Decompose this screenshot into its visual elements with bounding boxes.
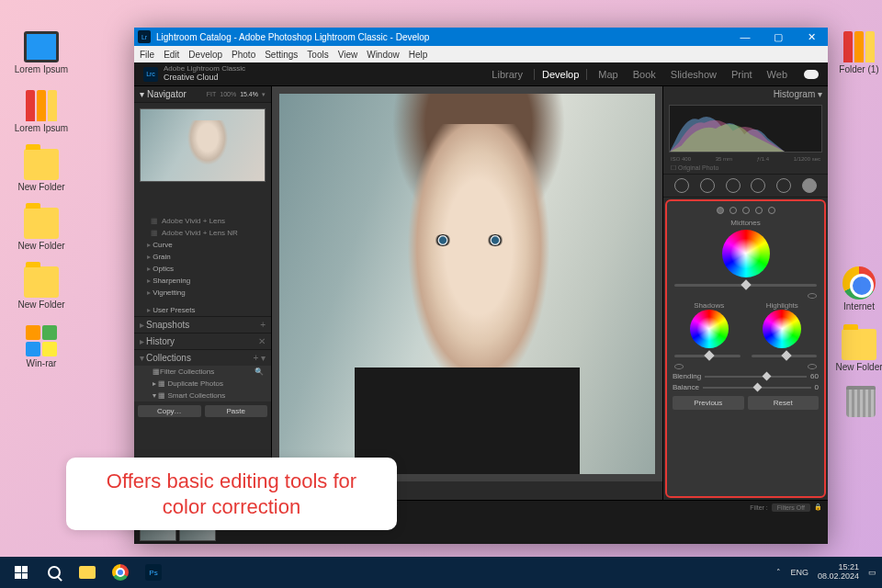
- mask-tool-icon[interactable]: [726, 178, 741, 193]
- highlights-slider[interactable]: [752, 355, 818, 357]
- desktop-icon-folder[interactable]: New Folder: [13, 149, 70, 192]
- taskbar: Ps ˄ ENG 15:2108.02.2024 ▭: [0, 557, 882, 588]
- adjust-curve[interactable]: Curve: [134, 239, 271, 251]
- desktop-icon-winrar[interactable]: Win-rar: [13, 325, 70, 368]
- snapshots-section[interactable]: Snapshots+: [134, 316, 271, 333]
- collection-item[interactable]: ▾ ▦ Smart Collections: [134, 390, 271, 401]
- filter-dropdown[interactable]: Filters Off: [772, 503, 810, 512]
- taskbar-photoshop[interactable]: Ps: [138, 560, 169, 585]
- taskbar-explorer[interactable]: [72, 560, 103, 585]
- desktop-icon-computer[interactable]: Lorem Ipsum: [13, 31, 70, 74]
- module-print[interactable]: Print: [728, 69, 756, 80]
- gradient-tool-icon[interactable]: [776, 178, 791, 193]
- desktop-icon-folder[interactable]: New Folder: [831, 329, 882, 372]
- menu-file[interactable]: File: [140, 50, 154, 60]
- eye-icon[interactable]: [674, 364, 684, 369]
- window-title: Lightroom Catalog - Adobe Photoshop Ligh…: [156, 32, 429, 42]
- tray-notifications-icon[interactable]: ▭: [868, 568, 876, 577]
- desktop-icon-folder[interactable]: New Folder: [13, 266, 70, 310]
- highlights-wheel[interactable]: [763, 310, 801, 348]
- tray-clock[interactable]: 15:2108.02.2024: [818, 563, 859, 582]
- tray-language[interactable]: ENG: [790, 568, 808, 577]
- paste-button[interactable]: Paste: [205, 405, 268, 417]
- close-button[interactable]: ✕: [795, 28, 828, 46]
- tool-strip: [663, 174, 828, 198]
- brush-tool-icon[interactable]: [802, 178, 817, 193]
- module-library[interactable]: Library: [488, 69, 526, 80]
- module-web[interactable]: Web: [763, 69, 791, 80]
- user-presets[interactable]: User Presets: [134, 304, 271, 316]
- adjust-vignetting[interactable]: Vignetting: [134, 287, 271, 299]
- redeye-tool-icon[interactable]: [751, 178, 765, 193]
- crop-tool-icon[interactable]: [674, 178, 689, 193]
- shadows-label: Shadows: [690, 301, 729, 310]
- preset-item[interactable]: ▦Adobe Vivid + Lens: [134, 215, 271, 227]
- copy-button[interactable]: Copy…: [138, 405, 201, 417]
- start-button[interactable]: [6, 560, 37, 585]
- lrc-icon: Lrc: [143, 67, 158, 82]
- navigator-preview[interactable]: [140, 108, 266, 182]
- midtones-label: Midtones: [673, 219, 819, 227]
- photo-image: [279, 94, 655, 474]
- preset-item[interactable]: ▦Adobe Vivid + Lens NR: [134, 227, 271, 239]
- original-photo-toggle[interactable]: Original Photo: [678, 164, 718, 171]
- menu-tools[interactable]: Tools: [307, 50, 328, 60]
- histogram-header[interactable]: Histogram ▾: [663, 86, 828, 102]
- shadows-wheel[interactable]: [690, 310, 729, 348]
- menu-develop[interactable]: Develop: [188, 50, 222, 60]
- menu-edit[interactable]: Edit: [164, 50, 179, 60]
- brand-text: Adobe Lightroom ClassicCreative Cloud: [164, 65, 245, 83]
- taskbar-search[interactable]: [39, 560, 70, 585]
- module-header: Lrc Adobe Lightroom ClassicCreative Clou…: [134, 62, 828, 86]
- maximize-button[interactable]: ▢: [762, 28, 795, 46]
- taskbar-chrome[interactable]: [105, 560, 136, 585]
- balance-slider[interactable]: Balance0: [673, 383, 819, 391]
- history-section[interactable]: History✕: [134, 333, 271, 349]
- minimize-button[interactable]: —: [729, 28, 762, 46]
- filter-lock-icon[interactable]: 🔒: [814, 503, 822, 511]
- heal-tool-icon[interactable]: [700, 178, 715, 193]
- annotation-caption: Offers basic editing tools for color cor…: [66, 458, 397, 530]
- menu-help[interactable]: Help: [409, 50, 428, 60]
- module-develop[interactable]: Develop: [534, 69, 587, 80]
- left-panel: ▾ Navigator FIT100%15.4%▾ ▦Adobe Vivid +…: [134, 86, 272, 500]
- exif-strip: ISO 40035 mmƒ/1.41/1200 sec: [663, 155, 828, 163]
- adjust-sharpening[interactable]: Sharpening: [134, 275, 271, 287]
- tray-expand-icon[interactable]: ˄: [776, 568, 781, 577]
- adjust-grain[interactable]: Grain: [134, 251, 271, 263]
- photo-viewport[interactable]: [272, 86, 662, 481]
- module-book[interactable]: Book: [629, 69, 660, 80]
- cloud-sync-icon[interactable]: [804, 70, 819, 79]
- menu-window[interactable]: Window: [367, 50, 400, 60]
- desktop-icon-trash[interactable]: [832, 386, 882, 417]
- menu-view[interactable]: View: [338, 50, 358, 60]
- adjust-optics[interactable]: Optics: [134, 263, 271, 275]
- histogram-graph[interactable]: [669, 105, 822, 153]
- previous-button[interactable]: Previous: [673, 396, 744, 410]
- filter-collections[interactable]: ▦ Filter Collections🔍: [134, 366, 271, 378]
- desktop-icon-folder[interactable]: New Folder: [13, 208, 70, 251]
- midtones-slider[interactable]: [674, 284, 817, 287]
- reset-button[interactable]: Reset: [748, 396, 820, 410]
- collections-section[interactable]: Collections+ ▾: [134, 349, 271, 366]
- module-map[interactable]: Map: [594, 69, 621, 80]
- eye-icon[interactable]: [808, 364, 817, 369]
- desktop-icon-chrome[interactable]: Internet: [831, 266, 882, 311]
- right-panel: Histogram ▾ ISO 40035 mmƒ/1.41/1200 sec …: [662, 86, 828, 500]
- module-slideshow[interactable]: Slideshow: [667, 69, 720, 80]
- shadows-slider[interactable]: [674, 355, 741, 357]
- collection-item[interactable]: ▸ ▦ Duplicate Photos: [134, 378, 271, 390]
- center-panel: | ☐Soft Proofing: [272, 86, 662, 500]
- color-grading-panel: Midtones Shadows Highlights: [665, 199, 826, 498]
- desktop-icon-binders[interactable]: Lorem Ipsum: [13, 90, 70, 133]
- menu-settings[interactable]: Settings: [265, 50, 298, 60]
- filter-label: Filter :: [750, 504, 767, 511]
- menu-photo[interactable]: Photo: [232, 50, 255, 60]
- midtones-wheel[interactable]: [722, 230, 770, 277]
- titlebar[interactable]: Lr Lightroom Catalog - Adobe Photoshop L…: [134, 28, 828, 46]
- blending-slider[interactable]: Blending60: [673, 372, 819, 380]
- navigator-header[interactable]: ▾ Navigator FIT100%15.4%▾: [134, 86, 271, 103]
- eye-icon[interactable]: [808, 293, 817, 299]
- color-mode-dots[interactable]: [673, 205, 819, 216]
- desktop-icon-binders[interactable]: Folder (1): [831, 31, 882, 74]
